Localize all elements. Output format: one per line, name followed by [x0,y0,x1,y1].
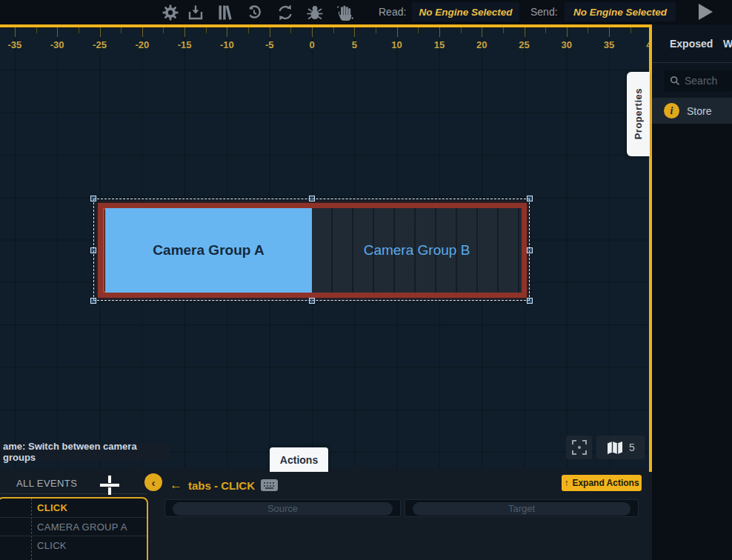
sidebar-search-box[interactable] [664,70,732,92]
fit-to-view-button[interactable] [566,436,592,459]
ruler-tick [100,27,101,37]
breadcrumb: ← tabs - CLICK [170,478,278,493]
resize-handle-sw[interactable] [90,298,96,304]
send-engine-select[interactable]: No Engine Selected [565,2,676,21]
ruler-tick [397,27,398,37]
target-input[interactable] [413,502,630,516]
ruler-tick [609,27,610,37]
ruler-tick-minor [333,27,334,33]
settings-icon[interactable] [159,2,182,22]
ruler-tick [354,27,355,37]
sidebar-tab-watch[interactable]: W [723,38,732,50]
source-input[interactable] [173,502,393,516]
event-list-item[interactable]: CAMERA GROUP A [0,517,147,536]
back-arrow-icon[interactable]: ← [170,478,182,493]
sidebar-tabs-divider [652,62,732,63]
ruler-tick-minor [588,27,588,33]
right-sidebar: Exposed W i Store [652,24,732,560]
ruler-tick-minor [248,27,249,33]
up-arrow-icon: ↑ [564,478,568,488]
read-label: Read: [379,6,406,18]
ruler-tick-minor [503,27,504,33]
ruler-number: -20 [126,39,159,50]
expand-actions-button[interactable]: ↑ Expand Actions [562,475,642,491]
ruler-number: -5 [253,39,286,50]
ruler-number: 0 [296,39,328,50]
target-field[interactable] [405,499,639,517]
ruler-tick [57,27,58,37]
ruler-tick-minor [461,27,462,33]
import-icon[interactable] [184,2,207,22]
ruler-number: -10 [210,39,243,50]
resize-handle-n[interactable] [309,196,315,201]
ruler-number: 5 [338,39,370,50]
ruler-number: 30 [550,39,583,50]
resize-handle-s[interactable] [309,298,315,304]
focus-icon [571,439,588,456]
interactivity-icon[interactable] [333,2,356,22]
source-field[interactable] [164,499,401,517]
selection-marquee [93,199,530,301]
tab-actions[interactable]: Actions [270,447,328,472]
resize-handle-e[interactable] [527,247,533,253]
ruler-tick [312,27,313,37]
collapse-panel-button[interactable]: ‹ [144,473,162,491]
ruler-tick-minor [545,27,546,33]
ruler-tick-minor [418,27,419,33]
tab-properties-label: Properties [633,88,644,139]
resize-handle-ne[interactable] [527,196,533,201]
ruler-tick-minor [121,27,122,33]
crosshair-cursor [99,475,120,496]
ruler-tick-minor [290,27,291,33]
resize-handle-w[interactable] [90,247,96,253]
sidebar-tab-exposed[interactable]: Exposed [670,38,713,50]
ruler-tick-minor [79,27,79,33]
ruler-tick-minor [376,27,376,33]
ruler-tick [184,27,185,37]
ruler-tick-minor [206,27,207,33]
ruler-tick [439,27,440,37]
debug-icon[interactable] [304,2,326,22]
ruler-tick [525,27,525,37]
sidebar-empty-area [652,124,732,560]
sync-icon[interactable] [274,2,296,22]
tab-properties[interactable]: Properties [627,72,650,156]
read-engine-select[interactable]: No Engine Selected [412,2,519,21]
search-icon [670,76,680,86]
ruler-tick-minor [630,27,631,33]
ruler-number: -25 [84,39,116,50]
bottom-panel: ALL EVENTS ‹ CLICKCAMERA GROUP ACLICK ← … [0,472,652,560]
event-list-box: CLICKCAMERA GROUP ACLICK [0,497,148,560]
sidebar-item-store[interactable]: i Store [652,98,732,124]
ruler-number: 25 [508,39,541,50]
keyboard-icon[interactable] [261,479,278,491]
ruler-number: 35 [593,39,625,50]
scene-map-button[interactable]: 5 [596,436,645,459]
ruler-number: -15 [168,39,201,50]
all-events-divider [0,493,147,494]
ruler-tick [15,27,16,37]
ruler-tick [142,27,143,37]
ruler-tick [482,27,482,37]
event-list: CLICKCAMERA GROUP ACLICK [0,499,147,554]
play-icon[interactable] [699,4,718,21]
map-icon [606,440,624,456]
history-icon[interactable] [243,2,265,22]
library-icon[interactable] [215,2,237,22]
design-canvas[interactable]: -35-30-25-20-15-10-50510152025303540 Cam… [0,24,652,472]
store-label: Store [687,105,711,117]
send-label: Send: [530,6,558,18]
ruler-number: 20 [465,39,498,50]
info-icon: i [664,103,679,119]
all-events-header: ALL EVENTS [16,478,77,489]
event-list-item[interactable]: CLICK [0,499,147,517]
breadcrumb-label: tabs - CLICK [188,479,255,492]
ruler-number: -30 [41,39,73,50]
ruler-tick-minor [163,27,164,33]
ruler-number: 10 [381,39,413,50]
resize-handle-se[interactable] [527,298,533,304]
resize-handle-nw[interactable] [90,196,96,201]
search-input[interactable] [685,75,728,87]
event-list-item[interactable]: CLICK [0,536,147,554]
canvas-border-top [0,24,652,27]
